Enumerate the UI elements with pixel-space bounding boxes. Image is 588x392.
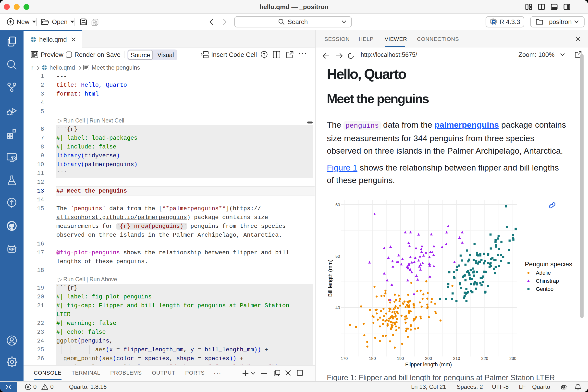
- svg-text:190: 190: [397, 356, 404, 361]
- svg-text:Flipper length (mm): Flipper length (mm): [405, 362, 452, 368]
- svg-text:Penguin species: Penguin species: [525, 260, 572, 268]
- svg-text:200: 200: [425, 356, 432, 361]
- svg-text:230: 230: [509, 356, 516, 361]
- svg-text:60: 60: [336, 202, 340, 207]
- svg-text:220: 220: [481, 356, 488, 361]
- svg-text:50: 50: [336, 254, 340, 259]
- svg-text:210: 210: [453, 356, 460, 361]
- svg-text:Adelie: Adelie: [536, 270, 551, 276]
- svg-text:Chinstrap: Chinstrap: [536, 278, 559, 284]
- svg-text:170: 170: [341, 356, 348, 361]
- svg-text:40: 40: [336, 306, 340, 310]
- svg-text:180: 180: [369, 356, 376, 361]
- svg-text:R: R: [492, 19, 496, 25]
- svg-text:Bill length (mm): Bill length (mm): [327, 260, 333, 297]
- svg-text:Gentoo: Gentoo: [536, 286, 554, 292]
